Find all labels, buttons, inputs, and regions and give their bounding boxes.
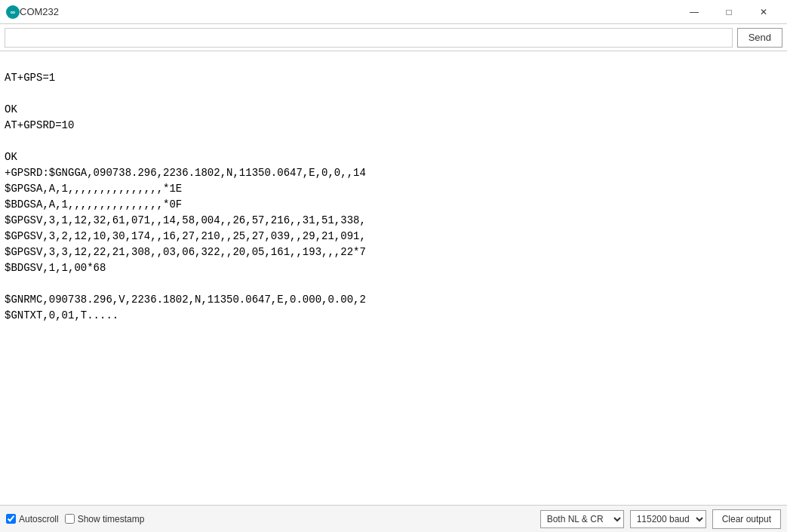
title-bar: ∞ COM232 — □ ✕ [0, 0, 787, 24]
close-button[interactable]: ✕ [746, 0, 781, 24]
status-bar: Autoscroll Show timestamp Both NL & CR N… [0, 505, 787, 532]
window-title: COM232 [20, 6, 677, 17]
window-controls: — □ ✕ [677, 0, 781, 24]
message-input[interactable] [5, 28, 733, 48]
baud-rate-select[interactable]: 300 baud 1200 baud 2400 baud 4800 baud 9… [630, 510, 706, 528]
send-button[interactable]: Send [737, 28, 782, 48]
toolbar: Send [0, 24, 787, 51]
clear-output-button[interactable]: Clear output [712, 509, 781, 529]
show-timestamp-checkbox[interactable] [65, 514, 75, 524]
autoscroll-label[interactable]: Autoscroll [6, 514, 59, 524]
line-ending-select[interactable]: Both NL & CR No line ending Newline Carr… [540, 510, 624, 528]
autoscroll-checkbox[interactable] [6, 514, 16, 524]
show-timestamp-label[interactable]: Show timestamp [65, 514, 145, 524]
app-icon: ∞ [6, 5, 20, 19]
serial-output[interactable]: AT+GPS=1 OK AT+GPSRD=10 OK +GPSRD:$GNGGA… [0, 51, 787, 505]
output-text: AT+GPS=1 OK AT+GPSRD=10 OK +GPSRD:$GNGGA… [5, 72, 366, 321]
minimize-button[interactable]: — [677, 0, 712, 24]
maximize-button[interactable]: □ [712, 0, 746, 24]
